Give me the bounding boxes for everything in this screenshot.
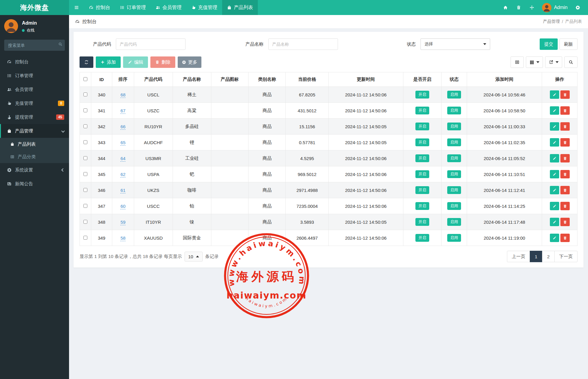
status-toggle-badge[interactable]: 启用 <box>447 138 461 146</box>
sort-editable-link[interactable]: 59 <box>120 220 125 225</box>
row-delete-button[interactable] <box>560 218 570 226</box>
submit-button[interactable]: 提交 <box>540 38 558 50</box>
sidebar-item-订单管理[interactable]: 订单管理 <box>0 69 69 83</box>
sidebar-search-button[interactable] <box>58 42 62 47</box>
more-button[interactable]: 更多 <box>178 56 201 68</box>
status-toggle-badge[interactable]: 启用 <box>447 107 461 114</box>
sidebar-item-提现管理[interactable]: 提现管理45 <box>0 110 69 124</box>
add-button[interactable]: 添加 <box>96 56 121 68</box>
row-edit-button[interactable] <box>550 186 559 194</box>
sidebar-subitem-产品分类[interactable]: 产品分类 <box>0 150 69 163</box>
row-checkbox[interactable] <box>83 140 87 144</box>
open-toggle-badge[interactable]: 开启 <box>415 154 429 162</box>
row-checkbox[interactable] <box>83 108 87 112</box>
delete-button-disabled[interactable]: 删除 <box>150 56 175 68</box>
row-delete-button[interactable] <box>560 106 570 115</box>
row-edit-button[interactable] <box>550 122 559 131</box>
select-all-checkbox[interactable] <box>83 77 87 81</box>
row-delete-button[interactable] <box>560 202 570 210</box>
edit-button-disabled[interactable]: 编辑 <box>123 56 148 68</box>
sidebar-search-input[interactable] <box>4 40 65 51</box>
row-edit-button[interactable] <box>550 234 559 242</box>
sidebar-subitem-产品列表[interactable]: 产品列表 <box>0 138 69 150</box>
refresh-button[interactable]: 刷新 <box>559 38 577 50</box>
home-button[interactable] <box>499 0 511 15</box>
sidebar-toggle-button[interactable] <box>69 0 84 15</box>
open-toggle-badge[interactable]: 开启 <box>415 186 429 194</box>
row-edit-button[interactable] <box>550 138 559 147</box>
status-toggle-badge[interactable]: 启用 <box>447 234 461 242</box>
row-checkbox[interactable] <box>83 172 87 176</box>
row-delete-button[interactable] <box>560 90 570 99</box>
row-checkbox[interactable] <box>83 92 87 96</box>
row-delete-button[interactable] <box>560 234 570 242</box>
open-toggle-badge[interactable]: 开启 <box>415 218 429 226</box>
search-toggle-button[interactable] <box>564 56 577 68</box>
row-delete-button[interactable] <box>560 186 570 194</box>
sidebar-item-控制台[interactable]: 控制台 <box>0 55 69 69</box>
sort-editable-link[interactable]: 61 <box>120 188 125 193</box>
status-toggle-badge[interactable]: 启用 <box>447 123 461 130</box>
sort-editable-link[interactable]: 66 <box>120 124 125 130</box>
row-checkbox[interactable] <box>83 156 87 160</box>
row-checkbox[interactable] <box>83 188 87 192</box>
sidebar-item-新闻公告[interactable]: 新闻公告 <box>0 177 69 191</box>
status-toggle-badge[interactable]: 启用 <box>447 186 461 194</box>
settings-button[interactable] <box>572 0 584 15</box>
nav-item-产品列表[interactable]: 产品列表 <box>222 0 258 15</box>
user-menu[interactable]: Admin <box>539 3 571 12</box>
export-button[interactable] <box>545 56 562 68</box>
row-edit-button[interactable] <box>550 170 559 178</box>
sidebar-item-充值管理[interactable]: 充值管理0 <box>0 96 69 110</box>
open-toggle-badge[interactable]: 开启 <box>415 202 429 210</box>
name-input[interactable] <box>268 38 338 50</box>
status-toggle-badge[interactable]: 启用 <box>447 91 461 99</box>
next-page-button[interactable]: 下一页 <box>554 251 577 262</box>
open-toggle-badge[interactable]: 开启 <box>415 123 429 130</box>
sort-editable-link[interactable]: 58 <box>120 235 125 241</box>
sidebar-item-系统设置[interactable]: 系统设置 <box>0 163 69 177</box>
open-toggle-badge[interactable]: 开启 <box>415 234 429 242</box>
toggle-pagination-button[interactable] <box>511 56 524 68</box>
sort-editable-link[interactable]: 68 <box>120 92 125 98</box>
nav-item-控制台[interactable]: 控制台 <box>84 0 115 15</box>
row-delete-button[interactable] <box>560 170 570 178</box>
nav-item-充值管理[interactable]: 充值管理 <box>186 0 222 15</box>
open-toggle-badge[interactable]: 开启 <box>415 91 429 99</box>
columns-button[interactable] <box>526 56 543 68</box>
clear-cache-button[interactable] <box>513 0 525 15</box>
row-edit-button[interactable] <box>550 106 559 115</box>
breadcrumb-parent[interactable]: 产品管理 <box>543 19 560 24</box>
open-toggle-badge[interactable]: 开启 <box>415 107 429 114</box>
fullscreen-button[interactable] <box>526 0 538 15</box>
sort-editable-link[interactable]: 67 <box>120 108 125 114</box>
reload-button[interactable] <box>80 56 93 68</box>
row-edit-button[interactable] <box>550 90 559 99</box>
status-select[interactable]: 选择 <box>421 38 490 50</box>
status-toggle-badge[interactable]: 启用 <box>447 170 461 178</box>
sort-editable-link[interactable]: 60 <box>120 204 125 209</box>
sidebar-item-产品管理[interactable]: 产品管理 <box>0 124 69 138</box>
row-checkbox[interactable] <box>83 236 87 240</box>
page-size-select[interactable]: 10 <box>185 252 203 262</box>
sort-editable-link[interactable]: 62 <box>120 172 125 177</box>
status-toggle-badge[interactable]: 启用 <box>447 154 461 162</box>
sidebar-item-会员管理[interactable]: 会员管理 <box>0 83 69 96</box>
row-edit-button[interactable] <box>550 218 559 226</box>
page-button-1[interactable]: 1 <box>530 251 542 262</box>
page-button-2[interactable]: 2 <box>542 251 555 262</box>
row-delete-button[interactable] <box>560 154 570 162</box>
brand-logo[interactable]: 海外微盘 <box>0 0 69 15</box>
open-toggle-badge[interactable]: 开启 <box>415 138 429 146</box>
prev-page-button[interactable]: 上一页 <box>507 251 530 262</box>
row-checkbox[interactable] <box>83 204 87 208</box>
nav-item-订单管理[interactable]: 订单管理 <box>115 0 151 15</box>
code-input[interactable] <box>116 38 185 50</box>
status-toggle-badge[interactable]: 启用 <box>447 202 461 210</box>
row-delete-button[interactable] <box>560 138 570 147</box>
row-checkbox[interactable] <box>83 220 87 224</box>
row-delete-button[interactable] <box>560 122 570 131</box>
sort-editable-link[interactable]: 65 <box>120 140 125 146</box>
sort-editable-link[interactable]: 64 <box>120 156 125 162</box>
nav-item-会员管理[interactable]: 会员管理 <box>151 0 186 15</box>
